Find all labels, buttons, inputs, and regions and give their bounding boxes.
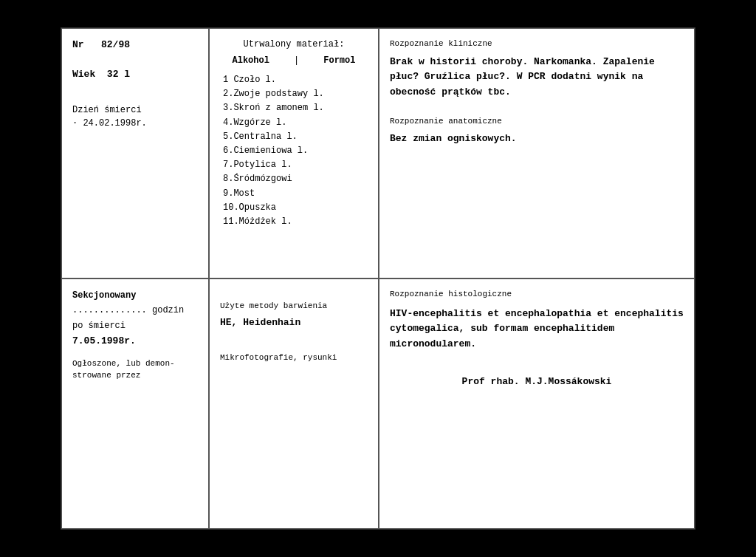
wiek-label: Wiek [72,69,95,80]
list-item: 11.Móżdżek l. [223,215,368,229]
dzien-smierci-label: Dzień śmierci [72,103,198,117]
rozp-hist-label: Rozpoznanie histologiczne [390,288,684,301]
list-item: 3.Skroń z amonem l. [223,101,368,115]
cell-top-middle: Utrwalony materiał: Alkohol | Formol 1 C… [209,28,379,278]
he-value: HE, Heidenhain [220,315,368,330]
document: Nr 82/98 Wiek 32 l Dzień śmierci · 24.02… [61,27,695,530]
ogloszone-label: Ogłoszone, lub demon-strowane przez [72,358,198,381]
list-item: 1 Czoło l. [223,73,368,87]
prof-line: Prof rhab. M.J.Mossákowski [390,375,684,389]
sekcjonowany-section: Sekcjonowany .............. godzin po śm… [72,288,198,381]
material-header: Utrwalony materiał: [220,38,368,51]
list-item: 8.Śródmózgowi [223,172,368,186]
nr-line: Nr 82/98 [72,38,198,52]
hist-text: HIV-encephalitis et encephalopathia et e… [390,307,684,352]
mikro-label: Mikrofotografie, rysunki [220,352,368,364]
rozpoznanie-kliniczne-label: Rozpoznanie kliniczne [390,38,684,50]
cell-bottom-middle: Użyte metody barwienia HE, Heidenhain Mi… [209,278,379,529]
nr-value: 82/98 [101,39,130,50]
list-item: 2.Zwoje podstawy l. [223,87,368,101]
sekcjonowany-label: Sekcjonowany [72,288,198,303]
list-item: 7.Potylica l. [223,158,368,172]
list-item: 6.Ciemieniowa l. [223,144,368,158]
formol-label: Formol [323,54,355,67]
list-item: 4.Wzgórze l. [223,116,368,130]
dots-line: .............. godzin [72,303,198,318]
wiek-value: 32 l [107,69,130,80]
material-list: 1 Czoło l. 2.Zwoje podstawy l. 3.Skroń z… [220,73,368,229]
alkohol-label: Alkohol [233,54,269,67]
cell-top-left: Nr 82/98 Wiek 32 l Dzień śmierci · 24.02… [61,28,209,278]
list-item: 9.Most [223,187,368,201]
cell-top-right: Rozpoznanie kliniczne Brak w historii ch… [379,28,695,278]
cell-bottom-left: Sekcjonowany .............. godzin po śm… [61,278,209,529]
po-smierci-label: po śmierci [72,318,198,333]
material-columns: Alkohol | Formol [220,54,368,67]
uzyte-label: Użyte metody barwienia [220,300,368,312]
dzien-smierci-value: · 24.02.1998r. [72,117,198,130]
rozpoznanie-anatomiczne-text: Bez zmian ogniskowych. [390,131,684,146]
cell-bottom-right: Rozpoznanie histologiczne HIV-encephalit… [379,278,695,529]
rozpoznanie-kliniczne-text: Brak w historii choroby. Narkomanka. Zap… [390,55,684,100]
divider-char: | [294,54,299,67]
rozpoznanie-anatomiczne-label: Rozpoznanie anatomiczne [390,115,684,128]
list-item: 10.Opuszka [223,201,368,215]
nr-label: Nr [72,39,84,50]
list-item: 5.Centralna l. [223,130,368,144]
po-smierci-date: 7.05.1998r. [72,333,198,349]
wiek-line: Wiek 32 l [72,67,198,82]
